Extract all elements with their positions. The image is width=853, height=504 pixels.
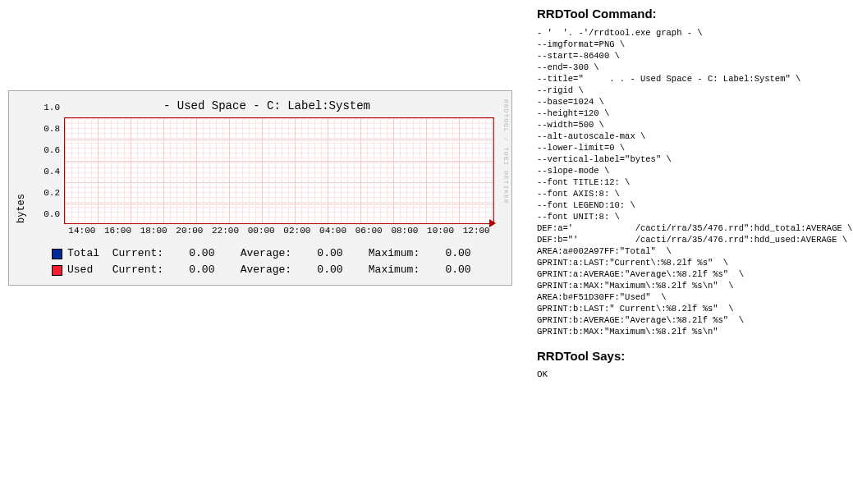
ytick: 1.0 <box>44 103 60 112</box>
command-text: - ' '. -'/rrdtool.exe graph - \ --imgfor… <box>537 27 849 337</box>
legend-label: Maximum: <box>369 245 420 262</box>
legend-label: Current: <box>112 245 163 262</box>
legend-label: Current: <box>112 262 163 278</box>
ytick: 0.2 <box>44 188 60 198</box>
ytick: 0.0 <box>44 209 60 219</box>
ytick: 0.4 <box>44 167 60 176</box>
says-text: OK <box>537 369 849 379</box>
says-heading: RRDTool Says: <box>537 349 849 363</box>
plot-area: 0.0 0.2 0.4 0.6 0.8 1.0 14:00 16:00 18:0… <box>35 117 498 241</box>
y-axis: 0.0 0.2 0.4 0.6 0.8 1.0 <box>35 117 62 224</box>
xtick: 10:00 <box>423 226 459 241</box>
swatch-total-icon <box>52 249 62 259</box>
watermark-text: RRDTOOL / TOBI OETIKER <box>502 99 510 204</box>
xtick: 02:00 <box>279 226 315 241</box>
xtick: 04:00 <box>315 226 351 241</box>
xtick: 14:00 <box>64 226 100 241</box>
xtick: 16:00 <box>100 226 136 241</box>
legend-value: 0.00 <box>445 262 470 278</box>
legend-label: Maximum: <box>369 262 420 278</box>
chart-title: - Used Space - C: Label:System <box>27 98 507 117</box>
xtick: 18:00 <box>135 226 172 241</box>
legend-row-total: Total Current: 0.00 Average: 0.00 Maximu… <box>52 245 507 262</box>
ytick: 0.8 <box>44 124 60 134</box>
legend-label: Average: <box>241 245 291 262</box>
xtick: 12:00 <box>458 226 494 241</box>
rrdtool-graph: RRDTOOL / TOBI OETIKER bytes - Used Spac… <box>8 90 512 286</box>
x-axis: 14:00 16:00 18:00 20:00 22:00 00:00 02:0… <box>64 226 494 241</box>
xtick: 22:00 <box>208 226 244 241</box>
xtick: 00:00 <box>243 226 279 241</box>
legend-value: 0.00 <box>189 262 214 278</box>
swatch-used-icon <box>52 265 62 276</box>
ytick: 0.6 <box>44 145 60 155</box>
xtick: 20:00 <box>172 226 208 241</box>
xtick: 08:00 <box>387 226 423 241</box>
legend-value: 0.00 <box>317 262 342 278</box>
legend-value: 0.00 <box>317 245 342 262</box>
legend-name: Used <box>67 262 93 278</box>
xtick: 06:00 <box>351 226 387 241</box>
legend-label: Average: <box>241 262 291 278</box>
y-axis-label: bytes <box>14 98 27 278</box>
legend-value: 0.00 <box>189 245 214 262</box>
legend: Total Current: 0.00 Average: 0.00 Maximu… <box>27 241 507 278</box>
command-heading: RRDTool Command: <box>537 7 849 21</box>
legend-value: 0.00 <box>445 245 470 262</box>
legend-row-used: Used Current: 0.00 Average: 0.00 Maximum… <box>52 262 507 278</box>
legend-name: Total <box>67 245 99 262</box>
grid <box>64 117 494 224</box>
